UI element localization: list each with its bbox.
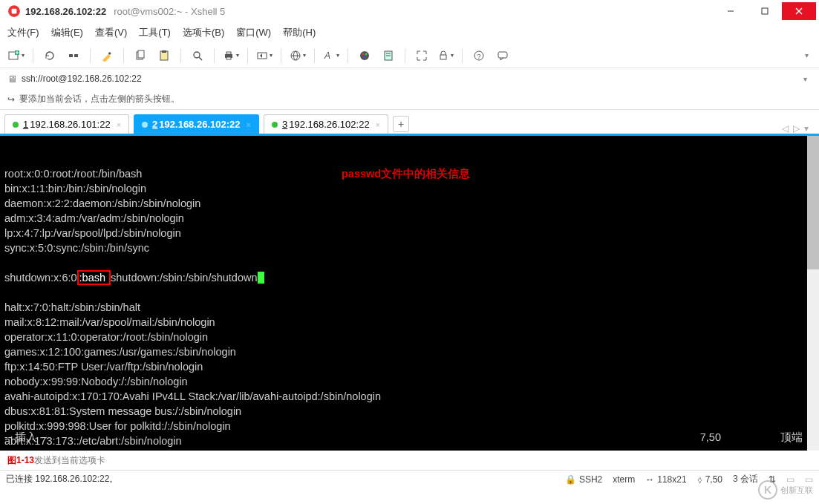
highlight-box: :bash bbox=[77, 270, 111, 285]
svg-point-27 bbox=[360, 51, 369, 60]
send-inputbar[interactable]: 图1-13 发送到当前选项卡 bbox=[0, 451, 819, 470]
svg-rect-1 bbox=[12, 9, 17, 14]
tab-number: 3 bbox=[282, 119, 287, 130]
status-cursor: ⎀ 7,50 bbox=[697, 474, 722, 485]
terminal-lines-after: halt:x:7:0:halt:/sbin:/sbin/halt mail:x:… bbox=[4, 301, 488, 451]
svg-line-18 bbox=[199, 57, 202, 60]
help-icon[interactable]: ? bbox=[469, 45, 489, 66]
maximize-button[interactable] bbox=[748, 2, 782, 20]
window-title-sub: root@vms002:~ - Xshell 5 bbox=[114, 6, 225, 17]
tab-label: 192.168.26.102:22 bbox=[159, 119, 240, 130]
terminal-cursor bbox=[258, 272, 264, 284]
toolbar: A ? ▾ bbox=[0, 43, 819, 68]
new-session-icon[interactable] bbox=[6, 45, 27, 66]
svg-point-28 bbox=[362, 53, 364, 54]
menu-tools[interactable]: 工具(T) bbox=[139, 26, 171, 39]
tabbar: 1 192.168.26.101:22 × 2 192.168.26.102:2… bbox=[0, 110, 819, 134]
tab-close-icon[interactable]: × bbox=[247, 120, 251, 129]
send-input-placeholder: 发送到当前选项卡 bbox=[34, 454, 105, 467]
status-arrows[interactable]: ⇅ bbox=[769, 474, 776, 485]
status-dot-icon bbox=[13, 122, 19, 128]
address-url[interactable]: ssh://root@192.168.26.102:22 bbox=[22, 73, 142, 84]
tab-prev-icon[interactable]: ◁ bbox=[782, 123, 789, 134]
tab-nav: ◁ ▷ ▾ bbox=[782, 123, 815, 134]
terminal-scrollbar[interactable] bbox=[807, 136, 819, 451]
font-icon[interactable]: A bbox=[321, 45, 342, 66]
svg-text:?: ? bbox=[477, 53, 481, 60]
reconnect-icon[interactable] bbox=[39, 45, 60, 66]
chat-icon[interactable] bbox=[492, 45, 513, 66]
fullscreen-icon[interactable] bbox=[411, 45, 432, 66]
menu-tabs[interactable]: 选项卡(B) bbox=[183, 26, 224, 39]
transfer-icon[interactable] bbox=[254, 45, 275, 66]
colorscheme-icon[interactable] bbox=[354, 45, 375, 66]
status-dot-icon bbox=[272, 122, 278, 128]
session-tab-1[interactable]: 1 192.168.26.101:22 × bbox=[4, 114, 129, 134]
disconnect-icon[interactable] bbox=[63, 45, 84, 66]
scrollbar-thumb[interactable] bbox=[807, 136, 819, 269]
shutdown-line: shutdown:x:6:0:bash shutdown:/sbin:/sbin… bbox=[4, 272, 264, 284]
menu-file[interactable]: 文件(F) bbox=[7, 26, 39, 39]
tab-list-icon[interactable]: ▾ bbox=[804, 123, 809, 134]
copy-icon[interactable] bbox=[130, 45, 151, 66]
svg-point-30 bbox=[364, 56, 365, 57]
addressbar: 🖥 ssh://root@192.168.26.102:22 ▾ bbox=[0, 68, 819, 89]
status-sessions: 3 会话 bbox=[733, 473, 758, 485]
menubar: 文件(F) 编辑(E) 查看(V) 工具(T) 选项卡(B) 窗口(W) 帮助(… bbox=[0, 22, 819, 43]
svg-rect-3 bbox=[762, 8, 768, 14]
menu-help[interactable]: 帮助(H) bbox=[283, 26, 316, 39]
figure-number: 图1-13 bbox=[7, 454, 34, 467]
hintbar: ↪ 要添加当前会话，点击左侧的箭头按钮。 bbox=[0, 89, 819, 110]
tab-number: 1 bbox=[23, 119, 28, 130]
window-title-main: 192.168.26.102:22 bbox=[25, 6, 106, 17]
status-dot-icon bbox=[142, 122, 148, 128]
globe-icon[interactable] bbox=[287, 45, 308, 66]
print-icon[interactable] bbox=[221, 45, 241, 66]
minimize-button[interactable] bbox=[714, 2, 748, 20]
svg-rect-21 bbox=[226, 57, 231, 59]
status-caps: ▭ bbox=[786, 474, 794, 485]
lock-icon[interactable] bbox=[435, 45, 456, 66]
session-tab-2[interactable]: 2 192.168.26.102:22 × bbox=[134, 114, 259, 134]
hint-text: 要添加当前会话，点击左侧的箭头按钮。 bbox=[19, 93, 180, 105]
paste-icon[interactable] bbox=[154, 45, 174, 66]
svg-rect-34 bbox=[440, 55, 446, 59]
vim-cursor-pos: 7,50 bbox=[700, 431, 721, 445]
svg-rect-37 bbox=[498, 52, 507, 58]
svg-rect-14 bbox=[138, 50, 144, 58]
svg-text:A: A bbox=[324, 50, 330, 61]
script-icon[interactable] bbox=[378, 45, 399, 66]
session-tab-3[interactable]: 3 192.168.26.102:22 × bbox=[264, 114, 388, 134]
add-tab-button[interactable]: + bbox=[393, 116, 409, 132]
tab-label: 192.168.26.102:22 bbox=[289, 119, 369, 130]
titlebar: 192.168.26.102:22 root@vms002:~ - Xshell… bbox=[0, 0, 819, 22]
menu-window[interactable]: 窗口(W) bbox=[236, 26, 271, 39]
menu-edit[interactable]: 编辑(E) bbox=[51, 26, 83, 39]
annotation-title: passwd文件中的相关信息 bbox=[342, 167, 470, 181]
arrow-hint-icon[interactable]: ↪ bbox=[7, 94, 15, 105]
tab-close-icon[interactable]: × bbox=[376, 120, 380, 129]
svg-point-17 bbox=[194, 52, 200, 58]
search-icon[interactable] bbox=[187, 45, 208, 66]
toolbar-overflow-icon[interactable]: ▾ bbox=[800, 51, 813, 59]
terminal-lines-before: root:x:0:0:root:/root:/bin/bash bin:x:1:… bbox=[4, 168, 200, 254]
address-overflow-icon[interactable]: ▾ bbox=[799, 75, 812, 83]
properties-icon[interactable] bbox=[97, 45, 117, 66]
tab-number: 2 bbox=[152, 119, 157, 130]
svg-rect-20 bbox=[226, 52, 231, 54]
menu-view[interactable]: 查看(V) bbox=[95, 26, 127, 39]
svg-rect-16 bbox=[162, 50, 166, 53]
status-num: ▭ bbox=[805, 474, 813, 485]
terminal[interactable]: passwd文件中的相关信息 root:x:0:0:root:/root:/bi… bbox=[0, 136, 819, 451]
tab-next-icon[interactable]: ▷ bbox=[793, 123, 800, 134]
vim-scroll-pos: 顶端 bbox=[780, 431, 803, 445]
app-icon bbox=[7, 4, 21, 18]
vim-mode: -- 插入 -- bbox=[4, 431, 47, 445]
vim-statusline: -- 插入 -- 7,50 顶端 bbox=[4, 431, 803, 445]
statusbar: 已连接 192.168.26.102:22。 🔒 SSH2 xterm ↔ 11… bbox=[0, 470, 819, 488]
status-ssh: 🔒 SSH2 bbox=[565, 474, 602, 485]
tab-close-icon[interactable]: × bbox=[117, 120, 121, 129]
close-button[interactable] bbox=[782, 2, 816, 20]
tab-label: 192.168.26.101:22 bbox=[30, 119, 110, 130]
svg-point-29 bbox=[365, 53, 367, 54]
